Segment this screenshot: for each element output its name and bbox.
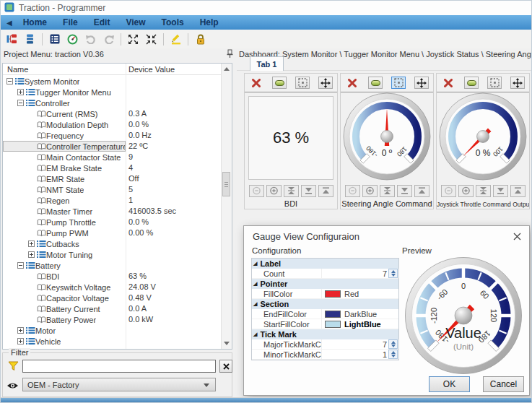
monitor-gauge-icon-button[interactable] xyxy=(64,32,81,47)
grid-prop-minortickmarkcount[interactable]: MinorTickMarkCount1 xyxy=(252,350,398,360)
group-expander-icon[interactable]: ◢ xyxy=(253,301,257,307)
tree-row-name-cell[interactable]: BDI xyxy=(3,271,126,282)
eye-icon[interactable] xyxy=(6,380,19,393)
collapse-box-icon[interactable] xyxy=(6,78,13,84)
tree-row[interactable]: Vehicle xyxy=(3,336,221,347)
tree-row[interactable]: Motor Tuning xyxy=(3,249,221,260)
device-stack-icon-button[interactable] xyxy=(22,32,38,47)
tree-row[interactable]: Keyswitch Voltage24.08 V xyxy=(3,282,221,292)
delete-button[interactable] xyxy=(345,77,359,89)
tree-row[interactable]: Battery Power0.0 kW xyxy=(3,314,221,325)
fit-vertical-button[interactable] xyxy=(476,185,491,197)
tree-row[interactable]: Tugger Monitor Menu xyxy=(3,87,221,98)
prop-value-cell[interactable]: 7 xyxy=(321,339,398,349)
tree-row-name-cell[interactable]: Modulation Depth xyxy=(3,119,126,130)
expand-all-icon-button[interactable] xyxy=(125,32,141,47)
scroll-down-icon[interactable] xyxy=(222,338,232,349)
prop-value-cell[interactable]: 7 xyxy=(321,269,398,278)
align-bottom-button[interactable] xyxy=(397,185,412,197)
configure-button[interactable] xyxy=(391,77,406,89)
zoom-out-button[interactable] xyxy=(249,185,264,197)
tree-row-name-cell[interactable]: Tugger Monitor Menu xyxy=(3,87,126,98)
align-top-button[interactable] xyxy=(510,185,526,197)
fit-vertical-button[interactable] xyxy=(284,185,299,197)
tree-row-name-cell[interactable]: Keyswitch Voltage xyxy=(3,282,126,292)
dialog-close-icon[interactable] xyxy=(512,231,522,241)
expand-box-icon[interactable] xyxy=(17,327,24,334)
scrollbar-thumb[interactable] xyxy=(222,172,230,196)
tree-row[interactable]: Pump PWM0.00 % xyxy=(3,228,221,238)
expand-box-icon[interactable] xyxy=(17,338,24,344)
move-button[interactable] xyxy=(510,77,525,89)
group-expander-icon[interactable]: ◢ xyxy=(253,281,257,287)
tree-row[interactable]: BDI63 % xyxy=(3,271,221,282)
expand-box-icon[interactable] xyxy=(28,251,35,258)
tree-row[interactable]: Pump Throttle0.0 % xyxy=(3,217,221,228)
tree-row-name-cell[interactable]: Cutbacks xyxy=(3,238,126,249)
pin-icon[interactable] xyxy=(225,48,235,61)
zoom-in-button[interactable] xyxy=(458,185,474,197)
menu-item-home[interactable]: Home xyxy=(15,15,55,30)
tree-row[interactable]: Master Timer416003.5 sec xyxy=(3,206,221,217)
grid-group-tick-mark[interactable]: ◢Tick Mark xyxy=(252,329,398,339)
tree-row-name-cell[interactable]: System Monitor xyxy=(3,76,126,87)
expand-box-icon[interactable] xyxy=(17,89,24,95)
tree-header-name[interactable]: Name xyxy=(7,65,28,74)
collapse-box-icon[interactable] xyxy=(17,262,24,269)
tree-row[interactable]: Modulation Depth0.0 % xyxy=(3,119,221,130)
grid-prop-endfillcolor[interactable]: EndFillColorDarkBlue xyxy=(252,309,398,319)
tree-row-name-cell[interactable]: Regen xyxy=(3,195,126,206)
tree-vertical-scrollbar[interactable] xyxy=(221,64,232,349)
parameter-list-icon-button[interactable] xyxy=(46,32,63,47)
configure-button[interactable] xyxy=(487,77,502,89)
tree-header[interactable]: Name Device Value xyxy=(3,64,232,75)
tab-1[interactable]: Tab 1 xyxy=(250,56,284,71)
group-expander-icon[interactable]: ◢ xyxy=(253,332,257,337)
menu-item-tools[interactable]: Tools xyxy=(154,15,192,30)
tree-row-name-cell[interactable]: Main Contactor State xyxy=(3,152,126,162)
tree-row-name-cell[interactable]: Master Timer xyxy=(3,206,126,217)
undo-icon-button[interactable] xyxy=(82,32,99,47)
zoom-in-button[interactable] xyxy=(362,185,378,197)
redo-icon-button[interactable] xyxy=(100,32,117,47)
tree-row[interactable]: Current (RMS)0.3 A xyxy=(3,108,221,119)
menu-item-help[interactable]: Help xyxy=(192,15,227,30)
prop-value-cell[interactable]: Red xyxy=(321,289,398,298)
tree-row-name-cell[interactable]: NMT State xyxy=(3,184,126,195)
configure-button[interactable] xyxy=(295,77,310,89)
led-pill-button[interactable] xyxy=(368,77,383,89)
tree-row-name-cell[interactable]: EM Brake State xyxy=(3,162,126,173)
tree-row[interactable]: Battery xyxy=(3,260,221,271)
spinner-control[interactable] xyxy=(388,350,398,359)
zoom-out-button[interactable] xyxy=(441,185,456,197)
filter-input[interactable] xyxy=(22,360,216,373)
tree-row-name-cell[interactable]: Controller Temperature xyxy=(3,141,126,152)
clear-filter-button[interactable] xyxy=(219,360,232,373)
menu-item-file[interactable]: File xyxy=(55,15,86,30)
move-button[interactable] xyxy=(414,77,429,89)
tree-row[interactable]: System Monitor xyxy=(3,76,221,87)
menu-item-edit[interactable]: Edit xyxy=(86,15,118,30)
cancel-button[interactable]: Cancel xyxy=(483,376,524,392)
align-top-button[interactable] xyxy=(414,185,429,197)
tree-row-name-cell[interactable]: Current (RMS) xyxy=(3,108,126,119)
project-tree-icon-button[interactable] xyxy=(4,32,20,47)
menu-item-view[interactable]: View xyxy=(118,15,153,30)
grid-prop-startfillcolor[interactable]: StartFillColorLightBlue xyxy=(252,319,398,329)
zoom-out-button[interactable] xyxy=(345,185,360,197)
tree-row-name-cell[interactable]: Pump Throttle xyxy=(3,217,126,228)
tree-row-name-cell[interactable]: Battery Power xyxy=(3,314,126,325)
back-arrow-icon[interactable]: ◀ xyxy=(6,19,12,27)
ok-button[interactable]: OK xyxy=(429,376,470,392)
grid-group-section[interactable]: ◢Section xyxy=(252,299,398,309)
spinner-control[interactable] xyxy=(388,339,398,349)
grid-group-pointer[interactable]: ◢Pointer xyxy=(252,279,398,289)
tree-row-name-cell[interactable]: Motor xyxy=(3,325,126,336)
led-pill-button[interactable] xyxy=(464,77,479,89)
delete-button[interactable] xyxy=(441,77,455,89)
prop-value-cell[interactable]: LightBlue xyxy=(321,319,398,329)
prop-value-cell[interactable]: 1 xyxy=(321,350,398,359)
grid-prop-fillcolor[interactable]: FillColorRed xyxy=(252,289,398,299)
tree-row-name-cell[interactable]: Capacitor Voltage xyxy=(3,292,126,303)
tree-row-name-cell[interactable]: Pump PWM xyxy=(3,228,126,238)
